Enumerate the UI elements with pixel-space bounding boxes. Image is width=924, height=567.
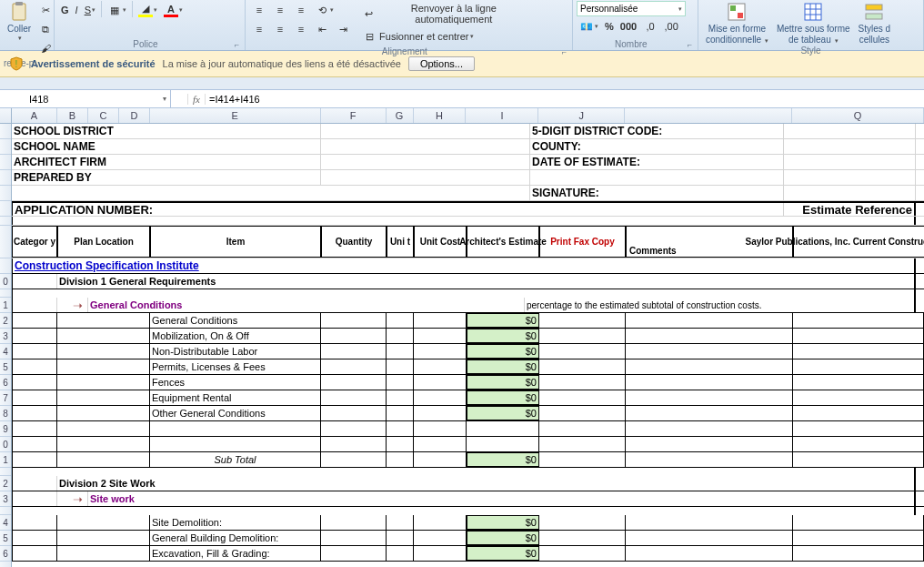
row-header[interactable] (0, 217, 11, 226)
col-header[interactable]: E (150, 108, 321, 123)
cell[interactable] (414, 344, 467, 359)
col-header[interactable] (625, 108, 792, 123)
cell[interactable] (626, 546, 793, 561)
cell[interactable] (626, 344, 793, 359)
col-header[interactable]: A (12, 108, 57, 123)
cell[interactable] (387, 313, 414, 328)
cell[interactable] (321, 421, 387, 436)
row-header[interactable]: 2 (0, 476, 11, 491)
cell[interactable] (57, 329, 150, 343)
row-header[interactable] (0, 226, 11, 258)
spreadsheet-grid[interactable]: 01234567890123456 SCHOOL DISTRICT 5-DIGI… (0, 124, 924, 567)
cell[interactable] (57, 546, 150, 561)
align-right-button[interactable]: ≡ (291, 20, 311, 38)
format-painter-button[interactable]: 🖌 (35, 39, 55, 57)
cell[interactable] (414, 406, 467, 420)
cell[interactable]: SIGNATURE: (530, 186, 784, 200)
cell[interactable] (321, 155, 530, 169)
cell[interactable] (784, 186, 916, 200)
cell[interactable] (793, 515, 924, 530)
cell[interactable]: $0 (467, 375, 539, 390)
cell[interactable] (321, 329, 387, 343)
cell[interactable] (539, 359, 626, 374)
cell[interactable]: ➝ (57, 298, 88, 312)
col-header[interactable]: H (414, 108, 467, 123)
cell[interactable] (12, 274, 57, 289)
cell[interactable] (793, 329, 924, 343)
cell[interactable] (793, 313, 924, 328)
conditional-formatting-button[interactable]: Mise en forme conditionnelle ▾ (702, 1, 772, 45)
cell[interactable] (626, 313, 793, 328)
cell[interactable]: Non-Distributable Labor (150, 344, 321, 359)
cell[interactable] (321, 452, 387, 467)
align-middle-button[interactable]: ≡ (270, 1, 290, 19)
cell[interactable]: percentage to the estimated subtotal of … (525, 298, 916, 312)
cell[interactable] (387, 531, 414, 545)
cell[interactable] (414, 329, 467, 343)
cell[interactable]: General Conditions (88, 298, 525, 312)
cell[interactable] (626, 515, 793, 530)
cell[interactable] (387, 375, 414, 390)
cell[interactable] (467, 437, 539, 451)
row-header[interactable]: 1 (0, 298, 11, 313)
col-header[interactable]: F (321, 108, 387, 123)
cell[interactable] (530, 170, 784, 185)
indent-left-button[interactable]: ⇤ (312, 20, 332, 38)
cell[interactable] (321, 124, 530, 138)
cell[interactable]: Equipment Rental (150, 390, 321, 405)
table-header[interactable]: Item (150, 226, 321, 258)
name-box[interactable]: ▾ (0, 90, 171, 107)
row-header[interactable]: 8 (0, 406, 11, 421)
italic-button[interactable]: I (73, 1, 81, 19)
cell[interactable]: 5-DIGIT DISTRICT CODE: (530, 124, 784, 138)
cell[interactable] (57, 390, 150, 405)
cell[interactable] (414, 452, 467, 467)
cell[interactable] (57, 531, 150, 545)
cell[interactable] (387, 390, 414, 405)
table-header[interactable]: Categor y (12, 226, 57, 258)
cell[interactable] (539, 452, 626, 467)
col-header[interactable]: D (119, 108, 150, 123)
cell[interactable] (539, 546, 626, 561)
wrap-text-button[interactable]: ↩ Renvoyer à la ligne automatiquement (359, 1, 532, 26)
cell[interactable]: Sub Total (150, 452, 321, 467)
fill-color-button[interactable]: ◢▾ (136, 1, 160, 19)
cell[interactable] (12, 344, 57, 359)
cell[interactable] (793, 390, 924, 405)
cell[interactable]: $0 (467, 359, 539, 374)
col-header[interactable]: Q (792, 108, 924, 123)
cell[interactable]: $0 (467, 344, 539, 359)
cell[interactable] (539, 406, 626, 420)
cell[interactable] (793, 437, 924, 451)
cell[interactable]: Division 1 General Requirements (57, 274, 916, 289)
chevron-down-icon[interactable]: ▾ (163, 95, 166, 103)
cell[interactable]: ➝ (57, 491, 88, 506)
cell[interactable]: $0 (467, 546, 539, 561)
cells-area[interactable]: SCHOOL DISTRICT 5-DIGIT DISTRICT CODE: S… (12, 124, 924, 567)
cell[interactable] (321, 515, 387, 530)
underline-button[interactable]: S▾ (82, 1, 98, 19)
cell[interactable]: $0 (467, 329, 539, 343)
cell[interactable] (12, 390, 57, 405)
cell[interactable] (12, 515, 57, 530)
cell[interactable] (784, 139, 916, 154)
align-top-button[interactable]: ≡ (249, 1, 269, 19)
table-header[interactable]: Plan Location (57, 226, 150, 258)
select-all-corner[interactable] (0, 108, 12, 123)
copy-button[interactable]: ⧉ (35, 20, 55, 38)
cell[interactable] (387, 515, 414, 530)
cell[interactable] (321, 546, 387, 561)
cell[interactable] (387, 452, 414, 467)
cell[interactable] (784, 170, 916, 185)
decrease-decimal-button[interactable]: ,00 (661, 17, 681, 35)
cell[interactable]: $0 (467, 406, 539, 420)
cell[interactable] (12, 186, 530, 200)
cell[interactable] (12, 421, 57, 436)
cell[interactable] (793, 546, 924, 561)
col-header[interactable]: B (57, 108, 88, 123)
row-header[interactable]: 4 (0, 515, 11, 531)
cell[interactable] (12, 298, 57, 312)
cell[interactable] (414, 437, 467, 451)
cell[interactable]: DATE OF ESTIMATE: (530, 155, 784, 169)
font-color-button[interactable]: A▾ (161, 1, 186, 19)
